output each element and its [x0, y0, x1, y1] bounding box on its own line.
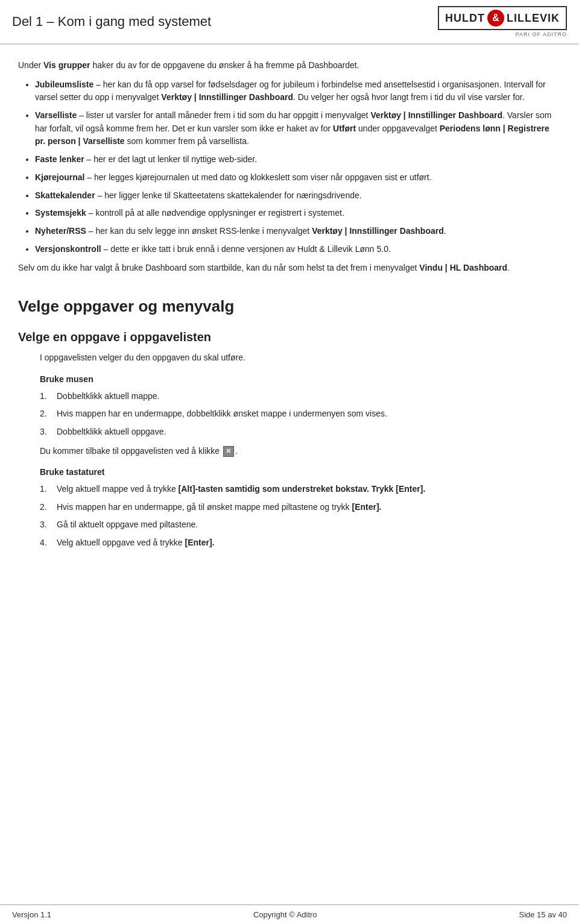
- musen-step-3: 3. Dobbeltklikk aktuell oppgave.: [40, 426, 561, 439]
- logo-lillevik-text: LILLEVIK: [507, 12, 560, 25]
- list-item-systemsjekk: Systemsjekk – kontroll på at alle nødven…: [35, 207, 561, 220]
- musen-step-2: 2. Hvis mappen har en undermappe, dobbel…: [40, 407, 561, 421]
- list-item-versjonskontroll: Versjonskontroll – dette er ikke tatt i …: [35, 243, 561, 256]
- footer-version: Versjon 1.1: [12, 910, 51, 919]
- section-heading-velge-oppgaver: Velge oppgaver og menyvalg: [18, 294, 561, 318]
- logo-ampersand-icon: &: [487, 10, 504, 27]
- page-footer: Versjon 1.1 Copyright © Aditro Side 15 a…: [0, 904, 579, 924]
- page-header: Del 1 – Kom i gang med systemet HULDT & …: [0, 0, 579, 45]
- list-item-skattekalender: Skattekalender – her ligger lenke til Sk…: [35, 189, 561, 203]
- close-icon: ✕: [223, 446, 234, 457]
- logo-area: HULDT & LILLEVIK PARI OF ADITRO: [438, 6, 567, 37]
- list-item-varselliste: Varselliste – lister ut varsler for anta…: [35, 109, 561, 148]
- feature-list: Jubileumsliste – her kan du få opp varse…: [18, 78, 561, 256]
- musen-step-1: 1. Dobbeltklikk aktuell mappe.: [40, 390, 561, 403]
- tastaturet-step-1: 1. Velg aktuell mappe ved å trykke [Alt]…: [40, 483, 561, 496]
- tastaturet-step-2: 2. Hvis mappen har en undermappe, gå til…: [40, 501, 561, 514]
- bruke-musen-heading: Bruke musen: [40, 373, 561, 386]
- musen-steps-list: 1. Dobbeltklikk aktuell mappe. 2. Hvis m…: [40, 390, 561, 439]
- page-title: Del 1 – Kom i gang med systemet: [12, 14, 211, 30]
- logo-box: HULDT & LILLEVIK: [438, 6, 567, 30]
- main-content: Under Vis grupper haker du av for de opp…: [0, 45, 579, 904]
- logo-subtitle: PARI OF ADITRO: [516, 31, 567, 37]
- tastaturet-step-3: 3. Gå til aktuelt oppgave med piltastene…: [40, 518, 561, 532]
- section2-content: I oppgavelisten velger du den oppgaven d…: [18, 351, 561, 550]
- tastaturet-steps-list: 1. Velg aktuell mappe ved å trykke [Alt]…: [40, 483, 561, 550]
- bruke-tastaturet-heading: Bruke tastaturet: [40, 466, 561, 479]
- footer-copyright: Copyright © Aditro: [253, 910, 317, 919]
- list-item-faste-lenker: Faste lenker – her er det lagt ut lenker…: [35, 153, 561, 166]
- tastaturet-step-4: 4. Velg aktuell oppgave ved å trykke [En…: [40, 536, 561, 550]
- section-heading-velge-oppgave: Velge en oppgave i oppgavelisten: [18, 328, 561, 347]
- intro-paragraph: Under Vis grupper haker du av for de opp…: [18, 59, 561, 72]
- list-item-kjorejournal: Kjørejournal – her legges kjørejournalen…: [35, 171, 561, 184]
- logo-huldt-text: HULDT: [445, 12, 485, 25]
- tilbake-text: Du kommer tilbake til oppgavelisten ved …: [40, 445, 561, 458]
- list-item-jubileumsliste: Jubileumsliste – her kan du få opp varse…: [35, 78, 561, 104]
- closing-paragraph: Selv om du ikke har valgt å bruke Dashbo…: [18, 262, 561, 275]
- list-item-nyheter-rss: Nyheter/RSS – her kan du selv legge inn …: [35, 225, 561, 238]
- section2-intro: I oppgavelisten velger du den oppgaven d…: [40, 351, 561, 365]
- footer-page: Side 15 av 40: [519, 910, 567, 919]
